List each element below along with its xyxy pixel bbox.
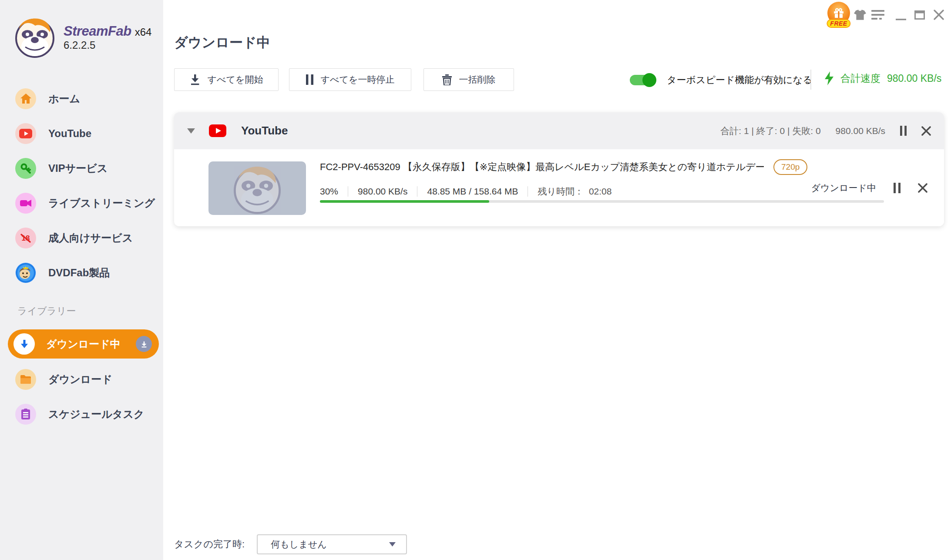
downloading-icon — [13, 333, 35, 355]
sidebar-item-downloads[interactable]: ダウンロード — [0, 362, 163, 397]
sidebar-item-label: DVDFab製品 — [48, 266, 110, 280]
pause-all-label: すべてを一時停止 — [321, 74, 395, 86]
pause-icon — [306, 74, 313, 85]
streamfab-sloth-logo-icon — [13, 15, 57, 58]
page-title: ダウンロード中 — [174, 34, 270, 52]
sidebar-item-downloading[interactable]: ダウンロード中 — [8, 329, 159, 359]
free-gift-badge[interactable]: FREE — [826, 2, 851, 28]
sidebar-item-label: 成人向けサービス — [48, 231, 133, 245]
total-speed-label: 合計速度 — [840, 72, 880, 85]
turbo-toggle[interactable] — [630, 75, 655, 85]
sidebar-item-label: ダウンロード — [48, 372, 112, 386]
meta-separator — [528, 186, 528, 197]
download-item-row: FC2-PPV-4653209 【永久保存版】【※定点映像】最高レベルEカップ清… — [174, 149, 944, 226]
sloth-placeholder-icon — [231, 162, 283, 215]
folder-icon — [15, 369, 36, 390]
item-status: ダウンロード中 — [811, 182, 876, 194]
sidebar-item-vip[interactable]: VIPサービス — [0, 151, 163, 186]
library-section-label: ライブラリー — [17, 305, 76, 318]
trash-icon — [442, 74, 452, 85]
start-all-label: すべてを開始 — [208, 74, 263, 86]
toolbar-divider — [810, 70, 811, 90]
minimize-icon[interactable] — [896, 14, 906, 22]
sidebar-item-scheduled-tasks[interactable]: スケジュールタスク — [0, 397, 163, 432]
free-badge-label: FREE — [827, 19, 850, 28]
key-icon — [15, 158, 36, 179]
group-speed: 980.00 KB/s — [836, 126, 885, 136]
turbo-label: ターボスピード機能が有効になる — [667, 74, 813, 87]
sidebar-item-dvdfab[interactable]: DVDFab製品 — [0, 255, 163, 290]
main-menu-icon[interactable] — [871, 10, 884, 22]
task-complete-select[interactable]: 何もしません — [257, 534, 407, 554]
collapse-caret-icon[interactable] — [187, 128, 195, 134]
close-icon[interactable] — [934, 10, 944, 22]
app-arch: x64 — [135, 26, 152, 38]
total-speed: 合計速度 980.00 KB/s — [824, 71, 941, 85]
task-complete-value: 何もしません — [271, 538, 326, 550]
sidebar-item-label: VIPサービス — [48, 161, 108, 175]
group-stats: 合計: 1 | 終了: 0 | 失敗: 0 — [720, 125, 820, 137]
item-remaining-time: 02:08 — [589, 186, 612, 197]
theme-skin-icon[interactable] — [854, 10, 866, 22]
sidebar-item-adult[interactable]: 18 成人向けサービス — [0, 221, 163, 255]
home-icon — [15, 88, 36, 109]
video-thumbnail — [208, 161, 306, 215]
toggle-knob — [642, 73, 656, 87]
sidebar-item-label: YouTube — [48, 127, 91, 140]
delete-all-button[interactable]: 一括削除 — [423, 68, 514, 91]
meta-separator — [417, 186, 417, 197]
start-all-button[interactable]: すべてを開始 — [174, 68, 279, 91]
group-pause-button[interactable] — [900, 126, 907, 136]
task-complete-row: タスクの完了時: 何もしません — [174, 534, 407, 554]
item-progress-bar — [320, 200, 884, 203]
total-speed-value: 980.00 KB/s — [887, 73, 941, 84]
item-percent: 30% — [320, 186, 338, 197]
sidebar-item-label: ライブストリーミング — [48, 196, 155, 210]
item-size: 48.85 MB / 158.64 MB — [427, 186, 518, 197]
turbo-speed-toggle-row: ターボスピード機能が有効になる — [630, 74, 813, 87]
youtube-icon — [15, 123, 36, 144]
item-status-cluster: ダウンロード中 — [811, 182, 927, 194]
dvdfab-monkey-icon — [15, 262, 36, 283]
download-start-icon — [190, 74, 200, 85]
sidebar-item-youtube[interactable]: YouTube — [0, 116, 163, 151]
group-header: YouTube 合計: 1 | 終了: 0 | 失敗: 0 980.00 KB/… — [174, 112, 944, 149]
sidebar-item-label: ダウンロード中 — [46, 337, 121, 351]
sidebar-item-home[interactable]: ホーム — [0, 81, 163, 116]
item-progress-fill — [320, 200, 489, 203]
pause-all-button[interactable]: すべてを一時停止 — [289, 68, 411, 91]
chevron-down-icon — [389, 542, 396, 547]
task-complete-label: タスクの完了時: — [174, 538, 245, 551]
maximize-icon[interactable] — [914, 10, 925, 21]
download-group-youtube: YouTube 合計: 1 | 終了: 0 | 失敗: 0 980.00 KB/… — [174, 112, 944, 226]
quality-badge: 720p — [773, 159, 807, 175]
group-stats-cluster: 合計: 1 | 終了: 0 | 失敗: 0 980.00 KB/s — [720, 125, 931, 137]
app-logo: StreamFabx64 6.2.2.5 — [13, 15, 151, 58]
item-main: FC2-PPV-4653209 【永久保存版】【※定点映像】最高レベルEカップ清… — [320, 159, 807, 198]
video-camera-icon — [15, 193, 36, 214]
sidebar-item-label: ホーム — [48, 92, 80, 106]
sidebar-nav: ホーム YouTube VIPサービス ライブストリーミング — [0, 81, 163, 290]
sidebar-item-label: スケジュールタスク — [48, 407, 144, 421]
app-name: StreamFab — [64, 23, 131, 39]
delete-all-label: 一括削除 — [459, 74, 496, 86]
sidebar-item-livestream[interactable]: ライブストリーミング — [0, 186, 163, 221]
library-nav: ダウンロード スケジュールタスク — [0, 362, 163, 432]
item-progress-meta: 30% 980.00 KB/s 48.85 MB / 158.64 MB 残り時… — [320, 185, 807, 198]
adult-18-icon: 18 — [15, 228, 36, 248]
group-title: YouTube — [241, 124, 288, 137]
item-speed: 980.00 KB/s — [358, 186, 407, 197]
item-title: FC2-PPV-4653209 【永久保存版】【※定点映像】最高レベルEカップ清… — [320, 161, 764, 174]
meta-separator — [348, 186, 348, 197]
schedule-icon — [15, 404, 36, 425]
downloading-count-badge — [136, 336, 152, 352]
item-remaining-label: 残り時間： — [538, 185, 584, 198]
lightning-icon — [824, 71, 834, 85]
group-close-button[interactable] — [921, 126, 931, 136]
youtube-source-icon — [209, 124, 226, 137]
app-version: 6.2.2.5 — [64, 39, 151, 51]
item-close-button[interactable] — [918, 183, 927, 193]
sidebar: StreamFabx64 6.2.2.5 ホーム YouTube — [0, 0, 163, 560]
item-pause-button[interactable] — [894, 183, 901, 193]
